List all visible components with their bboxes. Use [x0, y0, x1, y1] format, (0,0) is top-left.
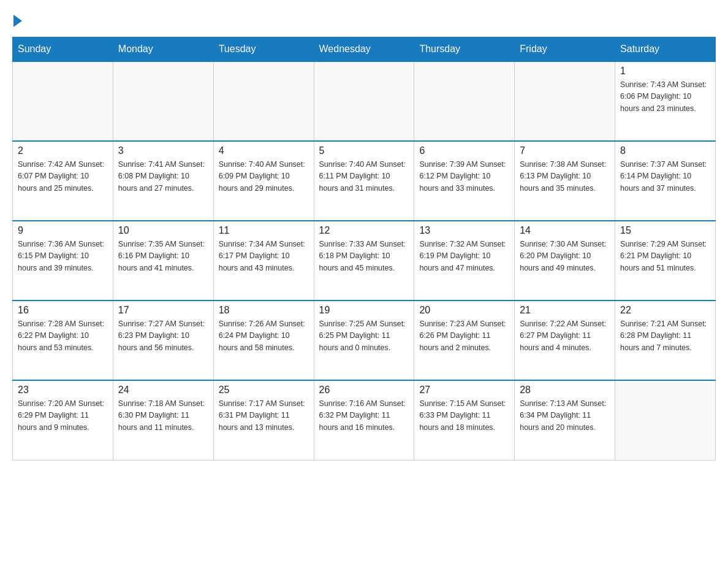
day-number: 20	[419, 305, 509, 316]
cell-detail: Sunrise: 7:15 AM Sunset: 6:33 PM Dayligh…	[419, 398, 509, 434]
cell-detail: Sunrise: 7:26 AM Sunset: 6:24 PM Dayligh…	[219, 318, 309, 354]
calendar-cell: 7Sunrise: 7:38 AM Sunset: 6:13 PM Daylig…	[515, 141, 615, 221]
day-number: 6	[419, 145, 509, 156]
day-number: 3	[118, 145, 208, 156]
calendar-cell: 18Sunrise: 7:26 AM Sunset: 6:24 PM Dayli…	[213, 301, 314, 380]
cell-detail: Sunrise: 7:36 AM Sunset: 6:15 PM Dayligh…	[18, 239, 108, 274]
calendar-cell: 6Sunrise: 7:39 AM Sunset: 6:12 PM Daylig…	[414, 141, 515, 221]
day-number: 21	[520, 305, 610, 316]
cell-detail: Sunrise: 7:18 AM Sunset: 6:30 PM Dayligh…	[118, 398, 208, 434]
calendar-cell: 23Sunrise: 7:20 AM Sunset: 6:29 PM Dayli…	[13, 380, 113, 460]
cell-detail: Sunrise: 7:43 AM Sunset: 6:06 PM Dayligh…	[620, 79, 710, 115]
calendar-cell	[615, 380, 716, 460]
cell-detail: Sunrise: 7:40 AM Sunset: 6:09 PM Dayligh…	[219, 159, 309, 194]
calendar-week-row: 9Sunrise: 7:36 AM Sunset: 6:15 PM Daylig…	[13, 221, 716, 301]
cell-detail: Sunrise: 7:30 AM Sunset: 6:20 PM Dayligh…	[520, 239, 610, 274]
day-number: 19	[319, 305, 409, 316]
cell-detail: Sunrise: 7:34 AM Sunset: 6:17 PM Dayligh…	[219, 239, 309, 274]
cell-detail: Sunrise: 7:42 AM Sunset: 6:07 PM Dayligh…	[18, 159, 108, 194]
cell-detail: Sunrise: 7:27 AM Sunset: 6:23 PM Dayligh…	[118, 318, 208, 354]
cell-detail: Sunrise: 7:25 AM Sunset: 6:25 PM Dayligh…	[319, 318, 409, 354]
day-number: 9	[18, 225, 108, 236]
cell-detail: Sunrise: 7:20 AM Sunset: 6:29 PM Dayligh…	[18, 398, 108, 434]
calendar-cell: 20Sunrise: 7:23 AM Sunset: 6:26 PM Dayli…	[414, 301, 515, 380]
cell-detail: Sunrise: 7:40 AM Sunset: 6:11 PM Dayligh…	[319, 159, 409, 194]
logo	[12, 12, 22, 27]
day-number: 23	[18, 385, 108, 396]
day-number: 26	[319, 385, 409, 396]
cell-detail: Sunrise: 7:28 AM Sunset: 6:22 PM Dayligh…	[18, 318, 108, 354]
day-number: 27	[419, 385, 509, 396]
weekday-header-wednesday: Wednesday	[314, 37, 414, 62]
page-header	[12, 12, 716, 27]
cell-detail: Sunrise: 7:38 AM Sunset: 6:13 PM Dayligh…	[520, 159, 610, 194]
weekday-header-tuesday: Tuesday	[213, 37, 314, 62]
weekday-header-saturday: Saturday	[615, 37, 716, 62]
calendar-cell: 25Sunrise: 7:17 AM Sunset: 6:31 PM Dayli…	[213, 380, 314, 460]
cell-detail: Sunrise: 7:39 AM Sunset: 6:12 PM Dayligh…	[419, 159, 509, 194]
logo-arrow-icon	[13, 15, 22, 27]
cell-detail: Sunrise: 7:29 AM Sunset: 6:21 PM Dayligh…	[620, 239, 710, 274]
weekday-header-monday: Monday	[113, 37, 213, 62]
calendar-cell: 24Sunrise: 7:18 AM Sunset: 6:30 PM Dayli…	[113, 380, 213, 460]
day-number: 22	[620, 305, 710, 316]
day-number: 24	[118, 385, 208, 396]
calendar-cell	[314, 61, 414, 141]
calendar-cell	[113, 61, 213, 141]
day-number: 25	[219, 385, 309, 396]
day-number: 2	[18, 145, 108, 156]
day-number: 7	[520, 145, 610, 156]
calendar-cell	[13, 61, 113, 141]
cell-detail: Sunrise: 7:16 AM Sunset: 6:32 PM Dayligh…	[319, 398, 409, 434]
day-number: 15	[620, 225, 710, 236]
calendar-cell	[515, 61, 615, 141]
weekday-header-sunday: Sunday	[13, 37, 113, 62]
cell-detail: Sunrise: 7:21 AM Sunset: 6:28 PM Dayligh…	[620, 318, 710, 354]
calendar-cell: 15Sunrise: 7:29 AM Sunset: 6:21 PM Dayli…	[615, 221, 716, 301]
calendar-week-row: 23Sunrise: 7:20 AM Sunset: 6:29 PM Dayli…	[13, 380, 716, 460]
calendar-cell	[414, 61, 515, 141]
day-number: 8	[620, 145, 710, 156]
cell-detail: Sunrise: 7:33 AM Sunset: 6:18 PM Dayligh…	[319, 239, 409, 274]
calendar-week-row: 2Sunrise: 7:42 AM Sunset: 6:07 PM Daylig…	[13, 141, 716, 221]
day-number: 18	[219, 305, 309, 316]
day-number: 12	[319, 225, 409, 236]
cell-detail: Sunrise: 7:22 AM Sunset: 6:27 PM Dayligh…	[520, 318, 610, 354]
calendar-cell: 12Sunrise: 7:33 AM Sunset: 6:18 PM Dayli…	[314, 221, 414, 301]
day-number: 17	[118, 305, 208, 316]
cell-detail: Sunrise: 7:35 AM Sunset: 6:16 PM Dayligh…	[118, 239, 208, 274]
calendar-cell: 19Sunrise: 7:25 AM Sunset: 6:25 PM Dayli…	[314, 301, 414, 380]
weekday-header-row: SundayMondayTuesdayWednesdayThursdayFrid…	[13, 37, 716, 62]
cell-detail: Sunrise: 7:17 AM Sunset: 6:31 PM Dayligh…	[219, 398, 309, 434]
calendar-cell: 5Sunrise: 7:40 AM Sunset: 6:11 PM Daylig…	[314, 141, 414, 221]
calendar-week-row: 1Sunrise: 7:43 AM Sunset: 6:06 PM Daylig…	[13, 61, 716, 141]
weekday-header-friday: Friday	[515, 37, 615, 62]
day-number: 10	[118, 225, 208, 236]
calendar-cell: 14Sunrise: 7:30 AM Sunset: 6:20 PM Dayli…	[515, 221, 615, 301]
calendar-cell: 26Sunrise: 7:16 AM Sunset: 6:32 PM Dayli…	[314, 380, 414, 460]
calendar-cell: 13Sunrise: 7:32 AM Sunset: 6:19 PM Dayli…	[414, 221, 515, 301]
day-number: 4	[219, 145, 309, 156]
day-number: 11	[219, 225, 309, 236]
calendar-cell: 4Sunrise: 7:40 AM Sunset: 6:09 PM Daylig…	[213, 141, 314, 221]
calendar-week-row: 16Sunrise: 7:28 AM Sunset: 6:22 PM Dayli…	[13, 301, 716, 380]
calendar-cell: 3Sunrise: 7:41 AM Sunset: 6:08 PM Daylig…	[113, 141, 213, 221]
day-number: 14	[520, 225, 610, 236]
cell-detail: Sunrise: 7:37 AM Sunset: 6:14 PM Dayligh…	[620, 159, 710, 194]
weekday-header-thursday: Thursday	[414, 37, 515, 62]
calendar-cell: 8Sunrise: 7:37 AM Sunset: 6:14 PM Daylig…	[615, 141, 716, 221]
day-number: 28	[520, 385, 610, 396]
cell-detail: Sunrise: 7:23 AM Sunset: 6:26 PM Dayligh…	[419, 318, 509, 354]
calendar-cell: 10Sunrise: 7:35 AM Sunset: 6:16 PM Dayli…	[113, 221, 213, 301]
calendar-cell: 28Sunrise: 7:13 AM Sunset: 6:34 PM Dayli…	[515, 380, 615, 460]
calendar-table: SundayMondayTuesdayWednesdayThursdayFrid…	[12, 37, 716, 461]
calendar-cell: 21Sunrise: 7:22 AM Sunset: 6:27 PM Dayli…	[515, 301, 615, 380]
cell-detail: Sunrise: 7:13 AM Sunset: 6:34 PM Dayligh…	[520, 398, 610, 434]
calendar-cell: 27Sunrise: 7:15 AM Sunset: 6:33 PM Dayli…	[414, 380, 515, 460]
day-number: 13	[419, 225, 509, 236]
calendar-cell: 11Sunrise: 7:34 AM Sunset: 6:17 PM Dayli…	[213, 221, 314, 301]
calendar-cell: 22Sunrise: 7:21 AM Sunset: 6:28 PM Dayli…	[615, 301, 716, 380]
calendar-cell	[213, 61, 314, 141]
day-number: 5	[319, 145, 409, 156]
day-number: 1	[620, 66, 710, 77]
